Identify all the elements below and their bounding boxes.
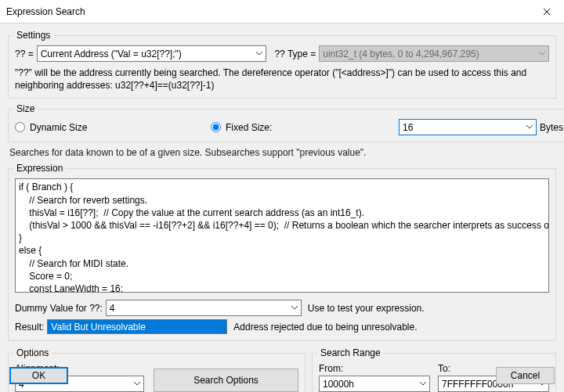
expression-legend: Expression (13, 163, 66, 174)
fixed-size-input-combo[interactable] (399, 119, 537, 135)
options-legend: Options (13, 347, 52, 358)
window-title: Expression Search (6, 6, 85, 17)
settings-help: "??" will be the address currently being… (15, 67, 549, 92)
ok-button[interactable]: OK (9, 367, 68, 384)
size-group: Size Dynamic Size Fixed Size: Bytes (8, 103, 564, 142)
qq-dropdown[interactable]: Current Address ("Val = u32[??];") (37, 45, 267, 62)
type-dropdown[interactable]: uint32_t (4 bytes, 0 to 4,294,967,295) (319, 45, 549, 62)
close-icon (543, 8, 551, 16)
chevron-down-icon (291, 306, 298, 311)
type-label: ?? Type = (274, 49, 316, 59)
dummy-value-arrow[interactable] (288, 300, 302, 316)
range-legend: Search Range (317, 347, 384, 358)
fixed-size-radio[interactable] (211, 122, 221, 132)
size-help: Searches for data known to be of a given… (9, 147, 556, 158)
dummy-value-combo[interactable] (106, 300, 302, 316)
size-unit: Bytes (540, 122, 563, 133)
fixed-size-dropdown-arrow[interactable] (523, 119, 537, 135)
close-button[interactable] (529, 0, 564, 23)
dummy-value-input[interactable] (106, 300, 288, 316)
qq-label: ?? = (15, 49, 34, 59)
size-legend: Size (13, 103, 38, 114)
settings-group: Settings ?? = Current Address ("Val = u3… (8, 30, 556, 99)
qq-value: Current Address ("Val = u32[??];") (41, 49, 182, 59)
titlebar: Expression Search (0, 0, 564, 23)
fixed-size-label: Fixed Size: (226, 122, 272, 133)
chevron-down-icon (539, 52, 545, 56)
result-value: Valid But Unresolvable (47, 319, 227, 334)
type-value: uint32_t (4 bytes, 0 to 4,294,967,295) (323, 49, 479, 59)
dummy-hint: Use to test your expression. (308, 303, 425, 314)
chevron-down-icon (526, 125, 533, 130)
result-hint: Address rejected due to being unresolvab… (233, 322, 417, 333)
expression-textarea[interactable]: if ( Branch ) { // Search for reverb set… (15, 178, 549, 293)
settings-legend: Settings (13, 30, 53, 41)
expression-group: Expression if ( Branch ) { // Search for… (8, 163, 556, 341)
dynamic-size-radio[interactable] (15, 122, 25, 132)
cancel-button[interactable]: Cancel (496, 367, 555, 384)
result-label: Result: (15, 322, 44, 333)
dynamic-size-label: Dynamic Size (30, 122, 87, 133)
dummy-label: Dummy Value for ??: (15, 303, 103, 314)
chevron-down-icon (256, 52, 262, 56)
fixed-size-input[interactable] (399, 119, 523, 135)
